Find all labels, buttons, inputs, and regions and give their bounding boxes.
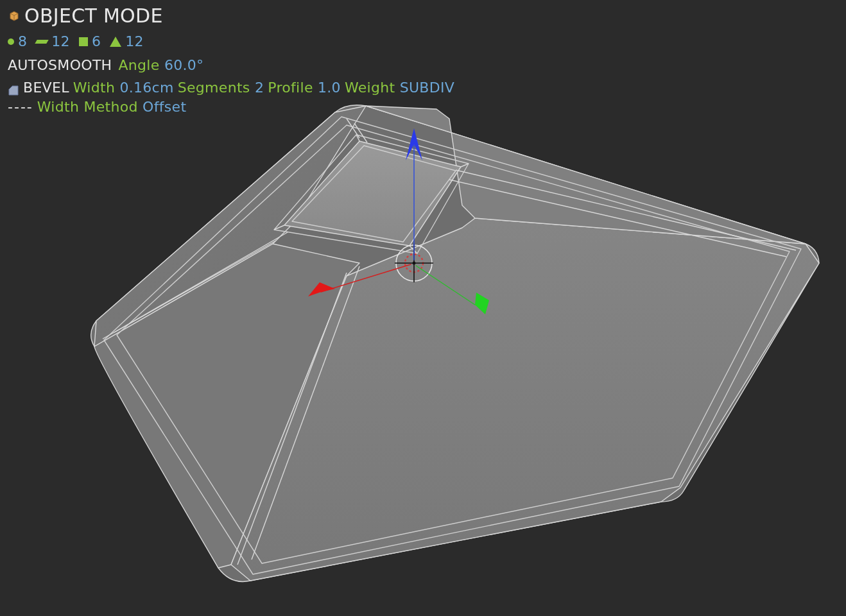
svg-marker-2 xyxy=(9,86,18,95)
faces-value: 6 xyxy=(92,32,101,52)
tris-value: 12 xyxy=(125,32,144,52)
edge-icon xyxy=(35,40,49,44)
edges-value: 12 xyxy=(51,32,70,52)
face-icon xyxy=(79,37,88,46)
bevel-row-main: BEVEL Width 0.16cm Segments 2 Profile 1.… xyxy=(8,78,454,98)
bevel-modifier-block: BEVEL Width 0.16cm Segments 2 Profile 1.… xyxy=(8,78,454,118)
mode-title: OBJECT MODE xyxy=(24,3,163,30)
bevel-width-key: Width xyxy=(73,80,115,96)
bevel-name: BEVEL xyxy=(23,78,69,98)
tri-icon xyxy=(110,37,121,47)
autosmooth-angle-key: Angle xyxy=(118,57,159,73)
hud-overlay: OBJECT MODE 8 12 6 12 AUTOSMOOTH Angle 6… xyxy=(8,3,454,117)
bevel-profile-value: 1.0 xyxy=(318,80,341,96)
autosmooth-row: AUTOSMOOTH Angle 60.0° xyxy=(8,56,454,76)
bevel-width-method-value: Offset xyxy=(142,99,186,115)
bevel-weight-key: Weight xyxy=(345,80,395,96)
stat-edges: 12 xyxy=(36,32,70,52)
bevel-segments-key: Segments xyxy=(178,80,250,96)
stat-tris: 12 xyxy=(110,32,144,52)
vert-icon xyxy=(8,38,14,45)
object-box-icon xyxy=(8,10,21,22)
bevel-segments-value: 2 xyxy=(255,80,264,96)
mode-row: OBJECT MODE xyxy=(8,3,454,30)
mesh-stats: 8 12 6 12 xyxy=(8,32,454,52)
mesh-solid[interactable] xyxy=(91,105,819,582)
autosmooth-label: AUTOSMOOTH xyxy=(8,56,112,76)
bevel-modifier-icon xyxy=(8,82,19,94)
verts-value: 8 xyxy=(18,32,27,52)
bevel-profile-key: Profile xyxy=(268,80,313,96)
bevel-width-method-key: Width Method xyxy=(37,99,138,115)
bevel-row-sub: ---- Width Method Offset xyxy=(8,98,454,117)
stat-faces: 6 xyxy=(79,32,101,52)
stat-verts: 8 xyxy=(8,32,27,52)
bevel-weight-value: SUBDIV xyxy=(400,80,454,96)
bevel-width-value: 0.16cm xyxy=(119,80,173,96)
bevel-sub-dash: ---- xyxy=(8,98,33,117)
autosmooth-angle-value: 60.0° xyxy=(164,57,203,73)
